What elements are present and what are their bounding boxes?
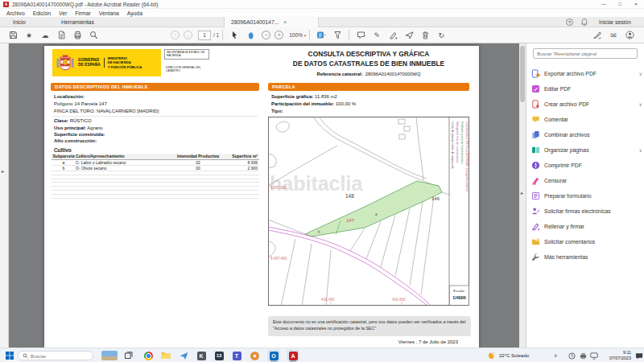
- vertical-scrollbar[interactable]: [519, 43, 526, 348]
- share-icon[interactable]: [401, 29, 417, 42]
- navigation-pane-collapsed[interactable]: ▸: [0, 43, 9, 348]
- zoom-in-icon[interactable]: +: [275, 31, 283, 39]
- help-icon[interactable]: ?: [566, 19, 573, 26]
- zoom-caret-icon[interactable]: ▾: [304, 33, 307, 38]
- menu-ver[interactable]: Ver: [59, 10, 67, 16]
- map-legend-line: Coordenadas U.T.M. Huso 30 ETRS89 - Cart…: [465, 121, 469, 191]
- weather-sun-icon[interactable]: [489, 352, 495, 359]
- widgets-thumbnail-icon: [101, 351, 118, 360]
- pencil-icon[interactable]: ✎: [369, 29, 385, 42]
- tool-rellenar-firmar[interactable]: Rellenar y firmar: [531, 220, 642, 232]
- refresh-icon[interactable]: ↻: [433, 29, 449, 42]
- star-icon[interactable]: ★: [21, 29, 37, 42]
- main-toolbar: ★ ☁ ↑ ↓ / 1 − + 100% ▾ ✎ ↻ ✉: [0, 27, 644, 43]
- tab-document[interactable]: 28096A01400147... ×: [224, 17, 319, 27]
- tools-search-input[interactable]: [533, 48, 638, 59]
- select-tool-icon[interactable]: [226, 29, 242, 42]
- tool-censurar[interactable]: Censurar: [531, 174, 642, 187]
- tool-exportar-pdf[interactable]: Exportar archivo PDF∨: [531, 67, 642, 80]
- tool-comentar[interactable]: Comentar: [531, 113, 642, 125]
- save-icon[interactable]: [5, 29, 21, 42]
- taskbar-search[interactable]: [18, 351, 93, 360]
- taskbar-search-input[interactable]: [31, 353, 87, 359]
- map-legend-line: Límite de parcela Límite de subparcela: [451, 121, 454, 169]
- maximize-button[interactable]: □: [612, 0, 628, 9]
- menu-edicion[interactable]: Edición: [33, 10, 51, 16]
- tool-editar-pdf[interactable]: Editar PDF: [531, 82, 642, 95]
- widgets-button[interactable]: [100, 349, 119, 362]
- loc-line1: Polígono 14 Parcela 147: [54, 101, 107, 106]
- fill-sign-icon[interactable]: [385, 29, 401, 42]
- zoom-level[interactable]: 100%: [289, 32, 303, 38]
- chrome-app[interactable]: [142, 349, 155, 362]
- close-button[interactable]: ×: [628, 0, 644, 9]
- menu-ventana[interactable]: Ventana: [99, 10, 119, 16]
- print-icon[interactable]: [69, 29, 85, 42]
- menu-firmar[interactable]: Firmar: [75, 10, 91, 16]
- expand-nav-pane-icon[interactable]: ▸: [2, 168, 4, 174]
- loc-line2: FINCA DEL TORO. NAVALCARNERO [MADRID]: [54, 109, 159, 113]
- tool-organizar-paginas[interactable]: Organizar páginas∨: [531, 143, 642, 156]
- trash-icon[interactable]: [417, 29, 433, 42]
- k-app[interactable]: K: [195, 349, 208, 362]
- tab-close-icon[interactable]: ×: [283, 19, 287, 25]
- table-row: aC- Labor o Labradío secano028.936: [52, 160, 259, 166]
- redact-icon: [531, 176, 540, 185]
- acrobat-app[interactable]: A: [287, 349, 299, 362]
- signature-pen-icon[interactable]: [589, 29, 605, 42]
- clock[interactable]: 9:11 07/07/2023: [601, 350, 631, 361]
- outlook-app[interactable]: O: [267, 349, 280, 362]
- tool-crear-pdf[interactable]: Crear archivo PDF∨: [531, 97, 642, 110]
- chevron-down-icon[interactable]: ∨: [639, 71, 642, 76]
- minimize-button[interactable]: —: [596, 0, 612, 9]
- search-icon[interactable]: [85, 29, 101, 42]
- account-icon[interactable]: [621, 29, 638, 42]
- tray-chevron-icon[interactable]: ∧: [554, 352, 557, 358]
- blue-app[interactable]: [177, 349, 190, 362]
- printer-icon: [580, 352, 587, 360]
- menu-archivo[interactable]: Archivo: [6, 10, 25, 16]
- tool-solicitar-comentarios[interactable]: Solicitar comentarios: [531, 235, 642, 248]
- chevron-down-icon[interactable]: ∨: [639, 147, 642, 153]
- notification-center-button[interactable]: [633, 349, 644, 362]
- sign-in-button[interactable]: Iniciar sesión: [599, 17, 631, 27]
- settings-app[interactable]: [248, 349, 261, 362]
- page-display-icon[interactable]: [313, 29, 329, 42]
- previous-page-icon[interactable]: ↑: [171, 31, 180, 39]
- parcel-148-label: 148: [345, 193, 354, 199]
- document-icon[interactable]: [53, 29, 69, 42]
- measure-tool-icon[interactable]: [329, 29, 345, 42]
- referencia-catastral: Referencia catastral: 28096A014001470000…: [268, 72, 469, 76]
- chevron-down-icon[interactable]: ∨: [639, 101, 642, 107]
- task-view-button[interactable]: [122, 349, 135, 362]
- uso-line: Uso principal: Agrario: [54, 125, 103, 130]
- next-page-icon[interactable]: ↓: [184, 31, 192, 39]
- section-header-parcela: PARCELA: [268, 83, 469, 91]
- tray-icon-display[interactable]: [588, 349, 601, 362]
- tool-comprimir-pdf[interactable]: Comprimir PDF: [531, 158, 642, 171]
- menu-ayuda[interactable]: Ayuda: [127, 10, 142, 16]
- bell-icon[interactable]: [580, 18, 588, 27]
- start-button[interactable]: [3, 349, 16, 362]
- page-number-input[interactable]: [198, 31, 211, 40]
- weather-status[interactable]: 22°C Soleado: [499, 353, 529, 358]
- tab-herramientas[interactable]: Herramientas: [55, 17, 101, 27]
- scrollbar-thumb[interactable]: [520, 46, 525, 102]
- zoom-out-icon[interactable]: −: [262, 31, 270, 39]
- envelope-icon[interactable]: ✉: [605, 29, 621, 42]
- tool-solicitar-firmas[interactable]: Solicitar firmas electrónicas: [531, 204, 642, 217]
- tool-preparar-formulario[interactable]: Preparar formulario: [531, 189, 642, 202]
- comment-icon[interactable]: [353, 29, 369, 42]
- prepare-form-icon: [531, 191, 540, 200]
- hand-tool-icon[interactable]: [242, 29, 258, 42]
- watermark: habitaclia: [270, 172, 363, 195]
- app-13[interactable]: 13: [213, 349, 225, 362]
- teams-app[interactable]: T: [230, 349, 243, 362]
- tool-combinar-archivos[interactable]: Combinar archivos: [531, 128, 642, 141]
- file-explorer-app[interactable]: [159, 349, 172, 362]
- tool-mas-herramientas[interactable]: Más herramientas: [531, 250, 642, 263]
- cloud-upload-icon[interactable]: ☁: [37, 29, 53, 42]
- collapse-panel-icon[interactable]: ▸: [521, 190, 523, 195]
- tab-inicio[interactable]: Inicio: [6, 17, 32, 27]
- coord-label: 416.400: [321, 298, 335, 302]
